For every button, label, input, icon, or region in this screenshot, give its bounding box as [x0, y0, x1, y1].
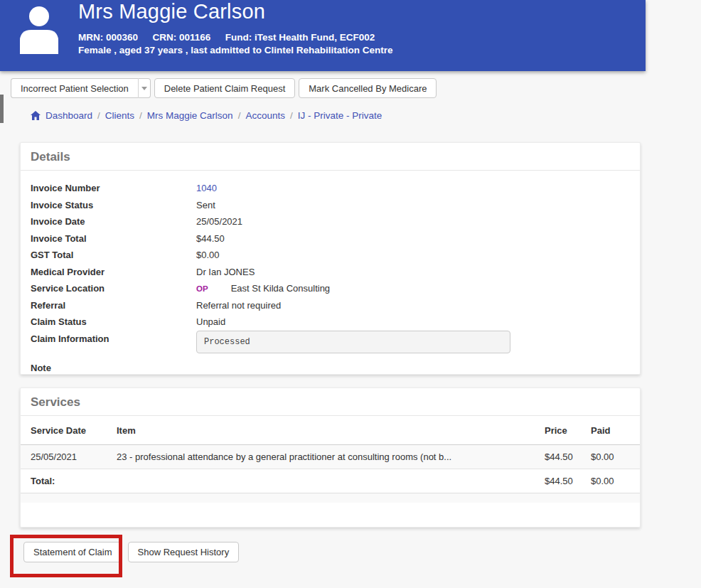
field-label: Invoice Total — [31, 233, 196, 244]
claim-information-textbox[interactable]: Processed — [196, 331, 510, 353]
details-card-title: Details — [21, 143, 640, 171]
field-label: Invoice Status — [31, 200, 196, 210]
services-total-row: Total: $44.50 $0.00 — [21, 469, 640, 493]
service-item-cell: 23 - professional attendance by a genera… — [117, 451, 545, 462]
field-referral: Referral Referral not required — [31, 300, 630, 311]
service-paid-cell: $0.00 — [591, 451, 630, 462]
field-label: GST Total — [31, 250, 196, 260]
column-price: Price — [545, 425, 591, 436]
field-label: Claim Status — [31, 316, 196, 327]
service-date-cell: 25/05/2021 — [31, 451, 117, 462]
column-paid: Paid — [591, 425, 630, 436]
claim-action-toolbar: Incorrect Patient Selection Delete Patie… — [11, 78, 437, 98]
services-table: Service Date Item Price Paid 25/05/2021 … — [21, 416, 640, 503]
breadcrumb-accounts[interactable]: Accounts — [245, 110, 285, 121]
page-title: Mrs Maggie Carlson — [78, 0, 265, 23]
patient-identifiers: MRN: 000360 CRN: 001166 Fund: iTest Heal… — [78, 31, 386, 43]
field-service-location: Service Location OPEast St Kilda Consult… — [31, 283, 630, 294]
claim-footer-toolbar: Statement of Claim Show Request History — [23, 542, 239, 562]
patient-avatar-icon — [14, 4, 64, 54]
breadcrumb-separator: / — [97, 110, 100, 121]
total-price: $44.50 — [545, 476, 591, 486]
home-icon — [31, 111, 41, 120]
field-value: Dr Ian JONES — [196, 267, 255, 277]
side-panel-handle[interactable] — [0, 95, 4, 123]
field-label: Medical Provider — [31, 267, 196, 277]
patient-crn: CRN: 001166 — [153, 32, 211, 43]
field-value: Unpaid — [196, 316, 225, 327]
incorrect-patient-selection-button[interactable]: Incorrect Patient Selection — [11, 78, 138, 98]
services-table-header: Service Date Item Price Paid — [21, 416, 640, 445]
field-label: Invoice Number — [31, 183, 196, 193]
breadcrumb-separator: / — [238, 110, 241, 121]
incorrect-patient-selection-split-button: Incorrect Patient Selection — [11, 78, 151, 98]
field-value: 25/05/2021 — [196, 216, 242, 227]
breadcrumb-current-claim[interactable]: IJ - Private - Private — [298, 110, 382, 121]
field-label: Note — [31, 363, 196, 373]
field-label: Service Location — [31, 283, 196, 294]
patient-fund: Fund: iTest Health Fund, ECF002 — [225, 32, 375, 43]
total-label: Total: — [31, 476, 117, 486]
mark-cancelled-by-medicare-button[interactable]: Mark Cancelled By Medicare — [299, 78, 437, 98]
field-medical-provider: Medical Provider Dr Ian JONES — [31, 267, 630, 277]
column-service-date: Service Date — [31, 425, 117, 436]
field-value: East St Kilda Consulting — [231, 283, 330, 294]
breadcrumb-separator: / — [290, 110, 293, 121]
field-claim-information: Claim Information Processed — [31, 333, 630, 353]
caret-down-icon — [141, 87, 147, 90]
breadcrumb: Dashboard / Clients / Mrs Maggie Carlson… — [31, 110, 382, 121]
field-gst-total: GST Total $0.00 — [31, 250, 630, 260]
field-invoice-number: Invoice Number 1040 — [31, 183, 630, 193]
service-price-cell: $44.50 — [545, 451, 591, 462]
details-card: Details Invoice Number 1040 Invoice Stat… — [20, 142, 641, 375]
breadcrumb-clients[interactable]: Clients — [105, 110, 134, 121]
location-type-badge: OP — [196, 284, 208, 293]
field-claim-status: Claim Status Unpaid — [31, 316, 630, 327]
breadcrumb-separator: / — [139, 110, 142, 121]
field-note: Note — [31, 363, 630, 373]
column-item: Item — [117, 425, 545, 436]
field-invoice-total: Invoice Total $44.50 — [31, 233, 630, 244]
field-label: Invoice Date — [31, 216, 196, 227]
show-request-history-button[interactable]: Show Request History — [128, 542, 240, 562]
field-value: $44.50 — [196, 233, 225, 244]
empty-table-stripe — [21, 493, 640, 503]
delete-patient-claim-request-button[interactable]: Delete Patient Claim Request — [154, 78, 296, 98]
patient-mrn: MRN: 000360 — [78, 32, 138, 43]
total-paid: $0.00 — [591, 476, 630, 486]
breadcrumb-patient[interactable]: Mrs Maggie Carlson — [147, 110, 233, 121]
incorrect-patient-selection-dropdown-button[interactable] — [138, 78, 151, 98]
service-table-row: 25/05/2021 23 - professional attendance … — [21, 445, 640, 469]
field-invoice-status: Invoice Status Sent — [31, 200, 630, 210]
services-card-title: Services — [21, 388, 640, 416]
field-value: $0.00 — [196, 250, 220, 260]
breadcrumb-dashboard[interactable]: Dashboard — [46, 110, 92, 121]
patient-demographics: Female , aged 37 years , last admitted t… — [78, 45, 393, 55]
field-value: Referral not required — [196, 300, 281, 311]
services-card: Services Service Date Item Price Paid 25… — [20, 387, 641, 528]
patient-header: Mrs Maggie Carlson MRN: 000360 CRN: 0011… — [0, 0, 646, 71]
statement-of-claim-button[interactable]: Statement of Claim — [23, 542, 122, 562]
field-invoice-date: Invoice Date 25/05/2021 — [31, 216, 630, 227]
field-label: Claim Information — [31, 333, 196, 344]
field-value: Sent — [196, 200, 215, 210]
field-label: Referral — [31, 300, 196, 311]
invoice-number-link[interactable]: 1040 — [196, 183, 217, 193]
